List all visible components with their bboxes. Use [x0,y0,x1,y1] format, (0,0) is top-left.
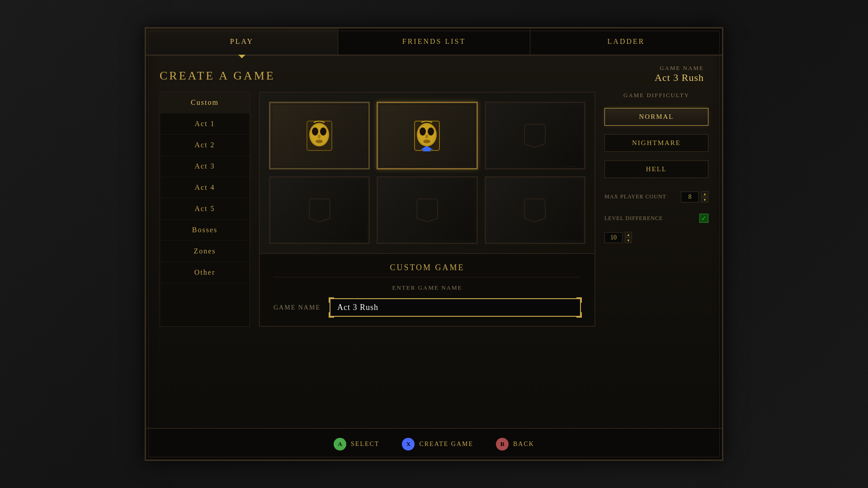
input-corner-tr [576,297,582,303]
level-diff-spinner: ▲ ▼ [625,232,632,243]
mask-icon-1 [302,117,338,154]
action-create: X Create Game [402,438,473,450]
layout-row: Custom Act 1 Act 2 Act 3 Act 4 [160,92,708,327]
action-select: A Select [334,438,379,450]
svg-point-6 [316,140,323,143]
sidebar-item-act1[interactable]: Act 1 [160,113,250,135]
difficulty-normal-button[interactable]: Normal [604,108,708,126]
settings-panel: Game Difficulty Normal Nightmare Hell Ma… [604,92,708,327]
max-player-value-container: 8 ▲ ▼ [681,191,708,202]
sidebar-item-bosses[interactable]: Bosses [160,220,250,241]
empty-slot-icon-4 [308,198,331,223]
main-container: Play Friends List Ladder Game Name Act 3… [145,27,723,461]
create-game-label: Create Game [419,441,473,448]
portrait-slot-2[interactable] [377,102,477,169]
max-player-spinner: ▲ ▼ [701,191,708,202]
sidebar-item-other[interactable]: Other [160,262,250,283]
center-panel: Custom Game Enter Game Name Game Name [259,92,595,327]
portrait-slot-3[interactable] [485,102,585,169]
level-diff-down[interactable]: ▼ [625,238,632,243]
svg-point-10 [420,127,426,136]
page-title: Create a Game [160,69,708,83]
outer-frame: Play Friends List Ladder Game Name Act 3… [0,0,868,488]
input-corner-tl [329,297,334,303]
svg-point-13 [423,140,430,143]
level-diff-up[interactable]: ▲ [625,232,632,237]
portrait-slot-6[interactable] [485,176,585,244]
sidebar: Custom Act 1 Act 2 Act 3 Act 4 [160,92,250,327]
select-label: Select [351,441,379,448]
level-diff-row: Level Difference [604,214,708,223]
content-area: Game Name Act 3 Rush Create a Game Custo… [146,56,722,428]
tab-friends-list[interactable]: Friends List [338,28,530,55]
game-name-header: Game Name Act 3 Rush [655,65,704,84]
create-game-button-circle[interactable]: X [402,438,415,450]
game-name-section: Custom Game Enter Game Name Game Name [259,254,595,327]
game-name-header-value: Act 3 Rush [655,72,704,84]
enter-game-name-label: Enter Game Name [274,284,581,291]
game-name-header-label: Game Name [655,65,704,72]
sidebar-item-act3[interactable]: Act 3 [160,156,250,177]
max-player-value: 8 [681,192,699,202]
empty-slot-icon-6 [524,198,546,223]
action-back: B Back [496,438,534,450]
tab-play[interactable]: Play [146,28,338,55]
back-label: Back [513,441,534,448]
empty-slot-icon-3 [524,123,546,148]
back-button-circle[interactable]: B [496,438,509,450]
max-player-down[interactable]: ▼ [701,197,708,202]
max-player-up[interactable]: ▲ [701,191,708,197]
input-corner-br [576,312,582,318]
difficulty-hell-button[interactable]: Hell [604,160,708,178]
game-name-row: Game Name [274,298,581,317]
action-bar: A Select X Create Game B Back [146,428,722,460]
game-name-input[interactable] [330,298,581,317]
difficulty-nightmare-button[interactable]: Nightmare [604,134,708,152]
difficulty-title: Game Difficulty [604,92,708,99]
svg-point-3 [312,127,318,136]
svg-rect-12 [425,135,428,138]
game-name-input-wrapper [330,298,581,317]
max-player-label: Max Player Count [604,193,666,200]
sidebar-item-act4[interactable]: Act 4 [160,177,250,198]
tab-ladder[interactable]: Ladder [530,28,722,55]
svg-rect-5 [318,135,321,138]
sidebar-item-custom[interactable]: Custom [160,92,250,113]
portrait-slot-5[interactable] [377,176,477,244]
portrait-grid [259,92,595,254]
portrait-slot-4[interactable] [269,176,370,244]
select-button-circle[interactable]: A [334,438,346,450]
sidebar-item-act2[interactable]: Act 2 [160,135,250,156]
custom-game-title: Custom Game [274,263,581,277]
game-name-field-label: Game Name [274,304,321,311]
svg-point-4 [320,127,326,136]
nav-tabs: Play Friends List Ladder [146,28,722,56]
level-diff-value: 10 [604,232,623,243]
svg-point-11 [428,127,434,136]
level-diff-label: Level Difference [604,215,663,222]
sidebar-item-zones[interactable]: Zones [160,241,250,262]
level-diff-checkbox[interactable] [699,214,708,223]
max-player-row: Max Player Count 8 ▲ ▼ [604,191,708,202]
portrait-slot-1[interactable] [269,102,370,169]
empty-slot-icon-5 [416,198,439,223]
mask-icon-2 [409,117,445,154]
sidebar-item-act5[interactable]: Act 5 [160,198,250,220]
input-corner-bl [329,312,334,318]
